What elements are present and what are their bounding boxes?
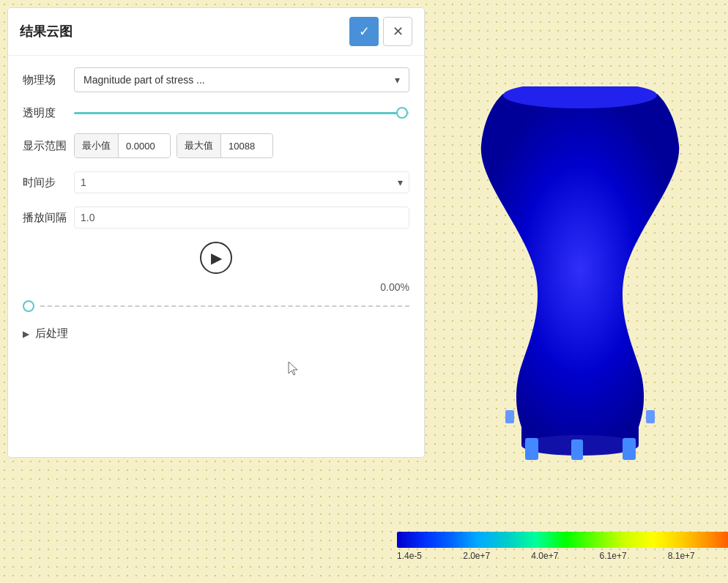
panel-header: 结果云图 ✓ ✕ [8,8,424,56]
support-leg-3 [623,438,636,460]
support-leg-2 [571,439,583,460]
play-interval-row: 播放间隔 1.0 [23,207,409,229]
legend-label-4: 8.1e+7 [668,551,695,561]
max-range-group: 最大值 10088 [177,133,273,158]
play-icon: ▶ [211,249,222,267]
timestep-control: 1 ▾ [74,171,409,193]
legend-label-1: 2.0e+7 [463,551,490,561]
min-range-group: 最小值 0.0000 [74,133,171,158]
play-button[interactable]: ▶ [200,242,232,274]
physics-field-row: 物理场 Magnitude part of stress ... ▾ [23,67,409,92]
transparency-row: 透明度 [23,105,409,120]
post-processing-section[interactable]: ▶ 后处理 [23,327,409,341]
min-label: 最小值 [75,134,119,157]
play-interval-label: 播放间隔 [23,211,74,225]
legend-label-2: 4.0e+7 [531,551,558,561]
play-row: ▶ 0.00% [23,242,409,293]
progress-bar-row [23,300,409,312]
play-interval-control: 1.0 [74,207,409,229]
panel-title: 结果云图 [20,23,73,40]
legend-label-3: 6.1e+7 [600,551,627,561]
max-label: 最大值 [177,134,221,157]
confirm-button[interactable]: ✓ [349,17,379,46]
physics-field-label: 物理场 [23,73,74,87]
timestep-arrow-icon: ▾ [398,177,403,188]
play-interval-input[interactable]: 1.0 [74,207,409,229]
max-value[interactable]: 10088 [221,135,272,157]
post-processing-label: 后处理 [35,327,68,341]
legend-labels: 1.4e-5 2.0e+7 4.0e+7 6.1e+7 8.1e+7 1.0e+… [397,551,728,561]
mouse-cursor [287,360,302,378]
color-legend: 1.4e-5 2.0e+7 4.0e+7 6.1e+7 8.1e+7 1.0e+… [397,532,728,561]
min-value[interactable]: 0.0000 [119,135,170,157]
tower-body [481,94,680,445]
close-button[interactable]: ✕ [383,17,412,46]
physics-field-value: Magnitude part of stress ... [83,74,205,86]
timestep-value: 1 [81,177,86,188]
visualization-area: 1.4e-5 2.0e+7 4.0e+7 6.1e+7 8.1e+7 1.0e+… [439,7,721,576]
progress-circle [23,300,34,312]
side-accent-left [505,410,514,423]
physics-field-control: Magnitude part of stress ... ▾ [74,67,409,92]
slider-thumb [396,107,408,119]
legend-label-0: 1.4e-5 [397,551,422,561]
tower-container [463,86,697,467]
timestep-row: 时间步 1 ▾ [23,171,409,193]
interval-value: 1.0 [81,212,94,223]
support-leg-1 [525,438,538,460]
post-processing-arrow: ▶ [23,329,29,339]
transparency-control [74,105,409,120]
transparency-label: 透明度 [23,106,74,120]
panel-body: 物理场 Magnitude part of stress ... ▾ 透明度 [8,56,424,352]
timestep-dropdown[interactable]: 1 ▾ [74,171,409,193]
slider-track [74,112,409,114]
legend-bar [397,532,728,548]
timestep-label: 时间步 [23,176,74,190]
range-inputs: 最小值 0.0000 最大值 10088 [74,133,409,158]
dropdown-arrow-icon: ▾ [395,74,400,86]
results-panel: 结果云图 ✓ ✕ 物理场 Magnitude part of stress ..… [7,7,425,458]
physics-field-dropdown[interactable]: Magnitude part of stress ... ▾ [74,67,409,92]
progress-line [40,305,409,307]
side-accent-right [646,410,655,423]
tower-svg [463,86,697,467]
header-buttons: ✓ ✕ [349,17,412,46]
progress-text: 0.00% [380,281,409,293]
transparency-slider[interactable] [74,105,409,120]
display-range-label: 显示范围 [23,139,74,153]
display-range-row: 显示范围 最小值 0.0000 最大值 10088 [23,133,409,158]
